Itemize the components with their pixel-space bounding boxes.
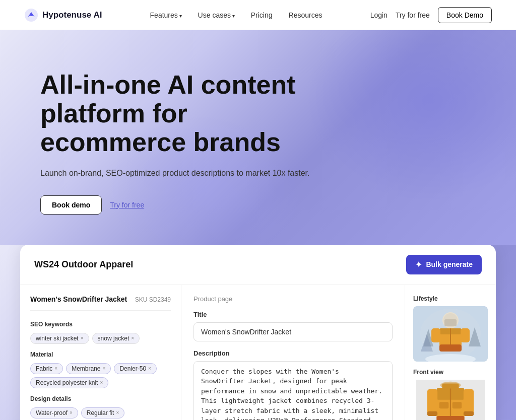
main-card-wrapper: WS24 Outdoor Apparel ✦ Bulk generate Wom… (0, 245, 516, 420)
tag-fabric[interactable]: Fabric × (30, 363, 63, 374)
main-card: WS24 Outdoor Apparel ✦ Bulk generate Wom… (20, 245, 496, 420)
nav-links: Features Use cases Pricing Resources (150, 11, 322, 20)
title-field-label: Title (194, 311, 393, 318)
tag-remove-icon[interactable]: × (54, 366, 57, 371)
tag-denier[interactable]: Denier-50 × (114, 363, 157, 374)
description-field-label: Description (194, 349, 393, 357)
seo-keywords-tags: winter ski jacket × snow jacket × (30, 333, 171, 344)
lifestyle-label: Lifestyle (413, 295, 488, 302)
tag-remove-icon[interactable]: × (116, 410, 119, 415)
hero-subtitle: Launch on-brand, SEO-optimized product d… (40, 167, 393, 179)
material-section: Material Fabric × Membrane × Denier-50 × (30, 351, 171, 388)
svg-rect-12 (431, 328, 440, 342)
front-view-label: Front view (413, 369, 488, 376)
card-title: WS24 Outdoor Apparel (34, 259, 133, 270)
tag-regular-fit[interactable]: Regular fit × (81, 407, 125, 418)
nav-item-resources[interactable]: Resources (289, 11, 322, 20)
hero-section: All-in-one AI content platform for ecomm… (0, 30, 516, 245)
tag-remove-icon[interactable]: × (70, 410, 73, 415)
product-sku: SKU SD2349 (135, 296, 171, 303)
front-view-image (413, 380, 488, 420)
description-textarea[interactable]: Conquer the slopes with the Women's Snow… (194, 361, 393, 420)
front-view-jacket-svg (413, 380, 488, 420)
design-details-tags: Water-proof × Regular fit × H2No® Perfor… (30, 407, 171, 420)
lifestyle-scene (413, 306, 488, 362)
tag-snow-jacket[interactable]: snow jacket × (92, 333, 140, 344)
tag-remove-icon[interactable]: × (103, 366, 106, 371)
hero-heading: All-in-one AI content platform for ecomm… (40, 71, 393, 157)
hero-book-demo-button[interactable]: Book demo (40, 195, 102, 215)
product-name: Women's SnowDrifter Jacket (30, 295, 127, 303)
svg-rect-25 (464, 389, 474, 415)
logo-icon (24, 8, 38, 22)
seo-keywords-section: SEO keywords winter ski jacket × snow ja… (30, 321, 171, 344)
sparkle-icon: ✦ (415, 260, 422, 269)
lifestyle-jacket-svg (413, 306, 488, 362)
login-link[interactable]: Login (370, 11, 388, 19)
tag-membrane[interactable]: Membrane × (66, 363, 111, 374)
try-free-button[interactable]: Try for free (396, 11, 430, 19)
navbar: Hypotenuse AI Features Use cases Pricing… (0, 0, 516, 30)
svg-rect-14 (439, 344, 462, 352)
design-details-label: Design details (30, 395, 171, 402)
logo-text: Hypotenuse AI (42, 10, 102, 20)
hero-buttons: Book demo Try for free (40, 195, 393, 215)
card-body: Women's SnowDrifter Jacket SKU SD2349 SE… (20, 285, 496, 420)
lifestyle-image (413, 306, 488, 362)
material-label: Material (30, 351, 171, 358)
nav-item-features[interactable]: Features (150, 11, 182, 20)
seo-keywords-label: SEO keywords (30, 321, 171, 328)
material-tags: Fabric × Membrane × Denier-50 × Recycl (30, 363, 171, 388)
tag-waterproof[interactable]: Water-proof × (30, 407, 78, 418)
tag-remove-icon[interactable]: × (81, 335, 84, 341)
bulk-generate-button[interactable]: ✦ Bulk generate (406, 255, 482, 274)
left-panel: Women's SnowDrifter Jacket SKU SD2349 SE… (20, 285, 181, 420)
hero-content: All-in-one AI content platform for ecomm… (40, 71, 393, 215)
title-input[interactable] (194, 322, 393, 341)
svg-point-28 (440, 381, 461, 389)
svg-rect-8 (444, 319, 457, 326)
svg-rect-26 (427, 411, 437, 415)
svg-rect-13 (461, 328, 470, 342)
tag-remove-icon[interactable]: × (148, 366, 151, 371)
nav-item-pricing[interactable]: Pricing (251, 11, 273, 20)
svg-rect-21 (439, 402, 448, 408)
svg-rect-23 (436, 416, 464, 420)
card-header: WS24 Outdoor Apparel ✦ Bulk generate (20, 245, 496, 285)
product-header: Women's SnowDrifter Jacket SKU SD2349 (30, 295, 171, 311)
svg-rect-24 (427, 389, 437, 415)
nav-actions: Login Try for free Book Demo (370, 7, 492, 23)
page-section-title: Product page (194, 295, 393, 303)
book-demo-nav-button[interactable]: Book Demo (438, 7, 492, 23)
right-panel: Lifestyle (405, 285, 496, 420)
tag-remove-icon[interactable]: × (100, 380, 103, 385)
tag-remove-icon[interactable]: × (131, 335, 134, 341)
hero-try-free-button[interactable]: Try for free (110, 201, 144, 209)
logo[interactable]: Hypotenuse AI (24, 8, 102, 22)
center-panel: Product page Title Description Conquer t… (181, 285, 405, 420)
svg-rect-22 (453, 402, 462, 408)
svg-rect-27 (464, 411, 474, 415)
design-details-section: Design details Water-proof × Regular fit… (30, 395, 171, 420)
tag-recycled[interactable]: Recycled polyester knit × (30, 377, 108, 388)
nav-item-use-cases[interactable]: Use cases (198, 11, 235, 20)
tag-winter-ski[interactable]: winter ski jacket × (30, 333, 89, 344)
